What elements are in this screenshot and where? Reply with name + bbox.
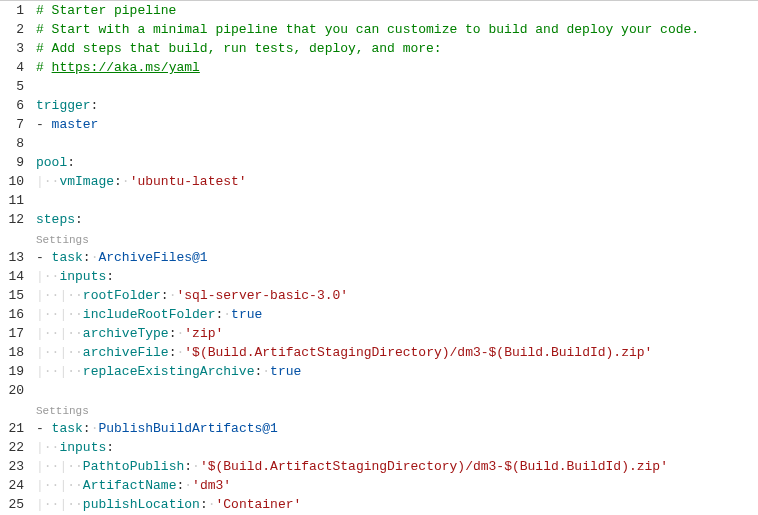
- code-line[interactable]: # Start with a minimal pipeline that you…: [36, 20, 758, 39]
- code-line[interactable]: |··vmImage:·'ubuntu-latest': [36, 172, 758, 191]
- code-line[interactable]: # https://aka.ms/yaml: [36, 58, 758, 77]
- code-line[interactable]: pool:: [36, 153, 758, 172]
- line-number: 4: [0, 58, 24, 77]
- line-number: 8: [0, 134, 24, 153]
- code-line[interactable]: |··|··archiveType:·'zip': [36, 324, 758, 343]
- line-number: 5: [0, 77, 24, 96]
- line-number: 9: [0, 153, 24, 172]
- code-line[interactable]: trigger:: [36, 96, 758, 115]
- code-line[interactable]: # Starter pipeline: [36, 1, 758, 20]
- code-line[interactable]: |··|··PathtoPublish:·'$(Build.ArtifactSt…: [36, 457, 758, 476]
- code-line[interactable]: # Add steps that build, run tests, deplo…: [36, 39, 758, 58]
- code-content[interactable]: # Starter pipeline# Start with a minimal…: [36, 1, 758, 515]
- line-number: 23: [0, 457, 24, 476]
- code-line[interactable]: - master: [36, 115, 758, 134]
- line-number: [0, 229, 24, 248]
- code-line[interactable]: [36, 381, 758, 400]
- code-line[interactable]: |··inputs:: [36, 438, 758, 457]
- code-line[interactable]: - task:·PublishBuildArtifacts@1: [36, 419, 758, 438]
- code-line[interactable]: |··|··rootFolder:·'sql-server-basic-3.0': [36, 286, 758, 305]
- code-line[interactable]: |··inputs:: [36, 267, 758, 286]
- code-line[interactable]: |··|··archiveFile:·'$(Build.ArtifactStag…: [36, 343, 758, 362]
- line-number: 14: [0, 267, 24, 286]
- line-number: 22: [0, 438, 24, 457]
- code-line[interactable]: [36, 191, 758, 210]
- code-line[interactable]: steps:: [36, 210, 758, 229]
- task-settings-link[interactable]: Settings: [36, 229, 758, 248]
- line-number: 21: [0, 419, 24, 438]
- line-number: 19: [0, 362, 24, 381]
- code-line[interactable]: |··|··publishLocation:·'Container': [36, 495, 758, 514]
- code-line[interactable]: |··|··ArtifactName:·'dm3': [36, 476, 758, 495]
- line-number: 10: [0, 172, 24, 191]
- line-number: 6: [0, 96, 24, 115]
- line-number: 1: [0, 1, 24, 20]
- line-number: 24: [0, 476, 24, 495]
- line-number: 11: [0, 191, 24, 210]
- line-number: 16: [0, 305, 24, 324]
- line-number: 17: [0, 324, 24, 343]
- code-line[interactable]: [36, 134, 758, 153]
- line-number: 20: [0, 381, 24, 400]
- code-editor[interactable]: 1234567891011121314151617181920212223242…: [0, 1, 758, 515]
- line-number: 7: [0, 115, 24, 134]
- task-settings-link[interactable]: Settings: [36, 400, 758, 419]
- code-line[interactable]: [36, 77, 758, 96]
- line-number: 3: [0, 39, 24, 58]
- line-number: 12: [0, 210, 24, 229]
- line-number: 15: [0, 286, 24, 305]
- code-line[interactable]: |··|··includeRootFolder:·true: [36, 305, 758, 324]
- code-line[interactable]: - task:·ArchiveFiles@1: [36, 248, 758, 267]
- code-line[interactable]: |··|··replaceExistingArchive:·true: [36, 362, 758, 381]
- line-number: 2: [0, 20, 24, 39]
- line-number-gutter: 1234567891011121314151617181920212223242…: [0, 1, 36, 515]
- line-number: 13: [0, 248, 24, 267]
- line-number: 25: [0, 495, 24, 514]
- line-number: 18: [0, 343, 24, 362]
- line-number: [0, 400, 24, 419]
